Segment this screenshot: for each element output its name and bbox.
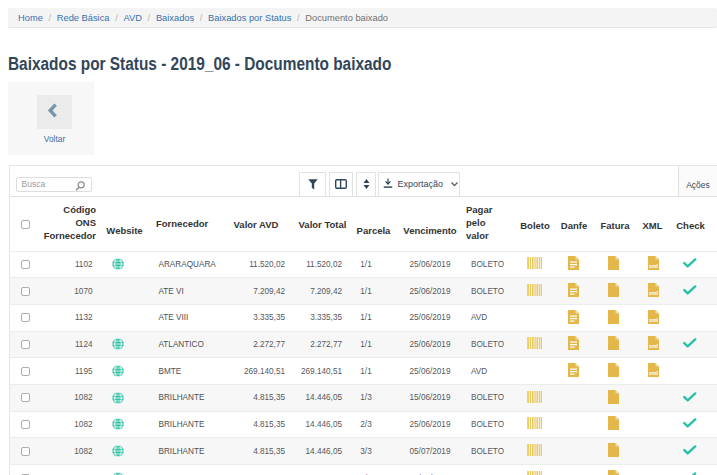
svg-text:xml: xml — [649, 343, 658, 349]
svg-text:xml: xml — [649, 263, 658, 269]
svg-text:xml: xml — [649, 290, 658, 296]
svg-text:xml: xml — [649, 316, 658, 322]
svg-text:xml: xml — [649, 370, 658, 376]
